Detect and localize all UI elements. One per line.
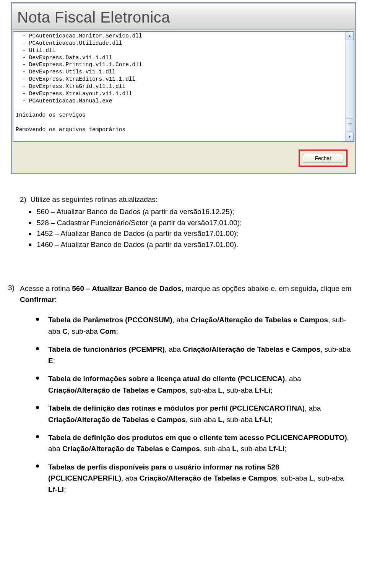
- step-3-prefix: Acesse a rotina: [20, 284, 72, 292]
- step-3-confirm: Confirmar: [20, 296, 55, 304]
- step-2-label: 2): [20, 195, 30, 203]
- window-body: - PCAutenticacao.Monitor.Servico.dll - P…: [12, 30, 355, 173]
- step-3-colon: :: [55, 296, 57, 304]
- button-row: Fechar: [13, 142, 354, 172]
- close-highlight-box: Fechar: [299, 149, 348, 167]
- chevron-down-icon: ▼: [348, 134, 352, 140]
- list-item: Tabela de informações sobre a licença at…: [36, 373, 352, 396]
- step-2-text: Utilize as seguintes rotinas atualizadas…: [30, 195, 158, 203]
- step-3-sublist: Tabela de Parâmetros (PCCONSUM), aba Cri…: [36, 314, 352, 495]
- list-item: Tabela de definição dos produtos em que …: [36, 432, 352, 455]
- list-item: Tabelas de perfis disponíveis para o usu…: [36, 461, 352, 495]
- window-title: Nota Fiscal Eletronica: [17, 9, 170, 26]
- list-item: Tabela de definição das rotinas e módulo…: [36, 403, 352, 425]
- log-text: - PCAutenticacao.Monitor.Servico.dll - P…: [13, 32, 345, 141]
- scroll-thumb[interactable]: [346, 118, 353, 132]
- step-3-routine: 560 – Atualizar Banco de Dados: [72, 284, 182, 292]
- scroll-up-button[interactable]: ▲: [346, 32, 354, 40]
- step-3: 3) Acesse a rotina 560 – Atualizar Banco…: [20, 283, 352, 502]
- vertical-scrollbar[interactable]: ▲ ▼: [345, 32, 354, 141]
- log-highlighted-line: Processamento finalizado!: [16, 141, 343, 141]
- list-item: 1452 – Atualizar Banco de Dados (a parti…: [28, 229, 352, 239]
- step-3-paragraph: Acesse a rotina 560 – Atualizar Banco de…: [20, 283, 352, 305]
- document-body: 2) Utilize as seguintes rotinas atualiza…: [20, 195, 352, 502]
- close-button[interactable]: Fechar: [303, 154, 343, 163]
- list-item: Tabela de Parâmetros (PCCONSUM), aba Cri…: [36, 314, 352, 337]
- installer-window: Nota Fiscal Eletronica - PCAutenticacao.…: [11, 2, 356, 174]
- list-item: 528 – Cadastrar Funcionário/Setor (a par…: [28, 218, 352, 228]
- step-2: 2) Utilize as seguintes rotinas atualiza…: [20, 195, 352, 250]
- chevron-up-icon: ▲: [348, 33, 352, 39]
- list-item: 1460 – Atualizar Banco de Dados (a parti…: [28, 240, 352, 250]
- step-2-list: 560 – Atualizar Banco de Dados (a partir…: [28, 207, 352, 250]
- step-3-mid: , marque as opções abaixo e, em seguida,…: [182, 284, 352, 292]
- title-bar: Nota Fiscal Eletronica: [12, 3, 355, 30]
- step-3-label: 3): [5, 283, 20, 502]
- list-item: Tabela de funcionários (PCEMPR), aba Cri…: [36, 344, 352, 366]
- list-item: 560 – Atualizar Banco de Dados (a partir…: [28, 207, 352, 217]
- scroll-down-button[interactable]: ▼: [346, 133, 354, 141]
- log-textbox: - PCAutenticacao.Monitor.Servico.dll - P…: [13, 31, 354, 142]
